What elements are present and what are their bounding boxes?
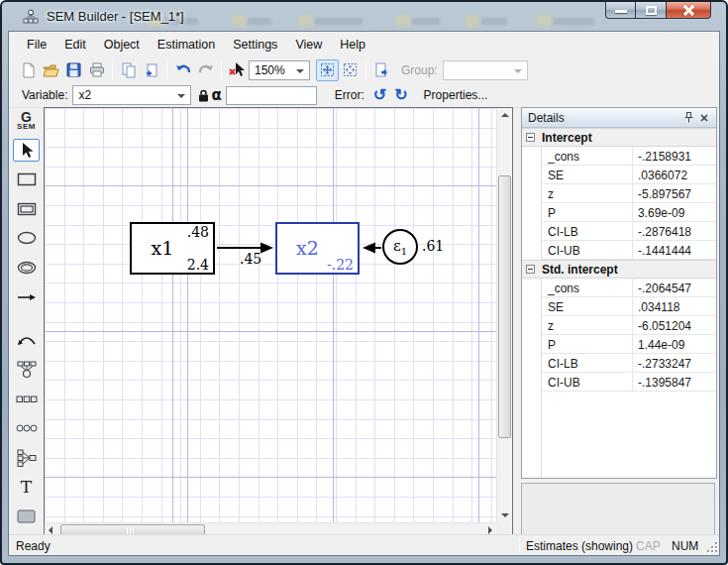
- ellipse-icon: [17, 231, 37, 245]
- node-x1-label: x1: [132, 237, 193, 259]
- maximize-button[interactable]: [636, 2, 667, 19]
- status-divider: [519, 538, 520, 552]
- rotate-error-cw-button[interactable]: ↻: [394, 87, 407, 103]
- text-tool[interactable]: T: [13, 476, 40, 500]
- observed-variable-tool[interactable]: [13, 168, 40, 191]
- details-panel-title: Details: [526, 111, 680, 125]
- path-coefficient-label: .45: [240, 251, 261, 267]
- close-button[interactable]: [667, 2, 711, 19]
- close-icon: [682, 5, 695, 16]
- redo-icon: [198, 62, 214, 78]
- titlebar[interactable]: SEM Builder - [SEM_1*]: [9, 2, 719, 32]
- fit-selection-icon: [343, 62, 358, 77]
- diagram-canvas[interactable]: x1 .48 2.4 x2 -.22 ε1 .45 .61: [45, 108, 496, 522]
- toolbar-separator: [221, 61, 222, 79]
- resize-grip[interactable]: [704, 539, 717, 552]
- canvas-vertical-scrollbar[interactable]: [496, 108, 512, 522]
- print-icon: [89, 62, 105, 77]
- details-close-icon[interactable]: [696, 111, 712, 125]
- toolbar-separator: [112, 61, 113, 79]
- latent-variables-set-tool[interactable]: [13, 416, 40, 440]
- node-x1-mean: 2.4: [187, 257, 209, 273]
- section-header-intercept: Intercept: [522, 128, 716, 147]
- toolbar-separator: [166, 61, 167, 79]
- pin-icon[interactable]: [680, 111, 696, 125]
- statusbar: Ready Estimates (showing) CAP NUM: [9, 534, 719, 555]
- table-row: z-6.051204: [541, 316, 716, 335]
- measurement-component-tool[interactable]: [13, 358, 40, 382]
- auxiliary-panel: [521, 483, 715, 535]
- fit-in-window-button[interactable]: [316, 59, 339, 81]
- variable-toolbar: Variable: x2 α Error: ↺ ↻ Properties...: [9, 83, 719, 108]
- regression-component-tool[interactable]: [13, 446, 40, 470]
- double-ellipse-icon: [17, 261, 37, 275]
- area-icon: [17, 509, 36, 523]
- properties-button[interactable]: Properties...: [424, 88, 488, 102]
- table-row: _cons-.2064547: [541, 279, 716, 297]
- redo-button[interactable]: [194, 59, 217, 81]
- menu-view[interactable]: View: [286, 34, 331, 56]
- variable-select[interactable]: x2: [72, 85, 191, 105]
- toolbar-separator: [365, 61, 366, 79]
- scroll-left-icon[interactable]: [49, 526, 52, 534]
- chevron-down-icon: [177, 94, 185, 102]
- scroll-down-icon[interactable]: [501, 513, 509, 517]
- new-file-button[interactable]: [17, 59, 40, 81]
- rotate-error-ccw-button[interactable]: ↺: [373, 87, 386, 103]
- menu-settings[interactable]: Settings: [224, 34, 286, 56]
- constraint-input[interactable]: [226, 86, 317, 105]
- regression-icon: [17, 449, 37, 467]
- multilevel-latent-tool[interactable]: [13, 256, 40, 280]
- print-button[interactable]: [85, 59, 108, 81]
- window-title: SEM Builder - [SEM_1*]: [47, 9, 184, 24]
- generalized-response-tool[interactable]: [13, 197, 40, 221]
- node-x2[interactable]: x2 -.22: [275, 222, 360, 275]
- vertical-scroll-thumb[interactable]: [498, 175, 511, 438]
- zoom-level-select[interactable]: 150%: [249, 60, 310, 80]
- minimize-icon: [615, 10, 627, 13]
- minimize-button[interactable]: [605, 2, 636, 19]
- menu-edit[interactable]: Edit: [55, 34, 95, 56]
- send-to-viewer-button[interactable]: [370, 59, 393, 81]
- table-row: CI-UB-.1395847: [541, 373, 716, 392]
- table-row: _cons-.2158931: [541, 147, 716, 166]
- maximize-icon: [646, 6, 657, 15]
- select-tool[interactable]: [13, 139, 40, 163]
- table-row: z-5.897567: [541, 184, 716, 203]
- save-button[interactable]: [62, 59, 85, 81]
- menu-file[interactable]: File: [18, 34, 55, 56]
- table-row: CI-UB-.1441444: [541, 241, 716, 260]
- menu-help[interactable]: Help: [331, 34, 374, 56]
- observed-variables-set-tool[interactable]: [13, 388, 40, 411]
- paste-button[interactable]: [140, 59, 162, 81]
- deselect-button[interactable]: [226, 59, 249, 81]
- app-window: SEM Builder - [SEM_1*] File Edit Object …: [0, 0, 728, 565]
- covariance-tool[interactable]: [13, 329, 40, 353]
- open-file-button[interactable]: [40, 59, 62, 81]
- path-arrows: [45, 108, 496, 522]
- table-row: P1.44e-09: [541, 335, 716, 354]
- squares-row-icon: [16, 396, 38, 403]
- error-node[interactable]: ε1: [382, 229, 418, 265]
- latent-variable-tool[interactable]: [13, 227, 40, 251]
- menu-object[interactable]: Object: [95, 34, 149, 56]
- fit-selection-button[interactable]: [339, 59, 362, 81]
- group-label: Group:: [401, 63, 438, 77]
- arrowhead-icon: [260, 243, 273, 254]
- copy-button[interactable]: [117, 59, 140, 81]
- node-x1[interactable]: x1 .48 2.4: [130, 222, 215, 275]
- group-select: [443, 60, 528, 80]
- menu-estimation[interactable]: Estimation: [149, 34, 224, 56]
- scroll-up-icon[interactable]: [501, 113, 509, 117]
- scroll-right-icon[interactable]: [488, 526, 492, 534]
- measurement-icon: [17, 361, 37, 379]
- details-table: Intercept _cons-.2158931 SE.0366072 z-5.…: [522, 128, 716, 478]
- path-tool[interactable]: [13, 285, 40, 309]
- undo-button[interactable]: [171, 59, 194, 81]
- area-tool[interactable]: [13, 505, 40, 528]
- collapse-icon[interactable]: [526, 265, 535, 274]
- rectangle-icon: [17, 172, 37, 186]
- collapse-icon[interactable]: [526, 133, 535, 142]
- details-panel-header: Details: [522, 108, 716, 128]
- error-node-label: ε1: [393, 237, 407, 257]
